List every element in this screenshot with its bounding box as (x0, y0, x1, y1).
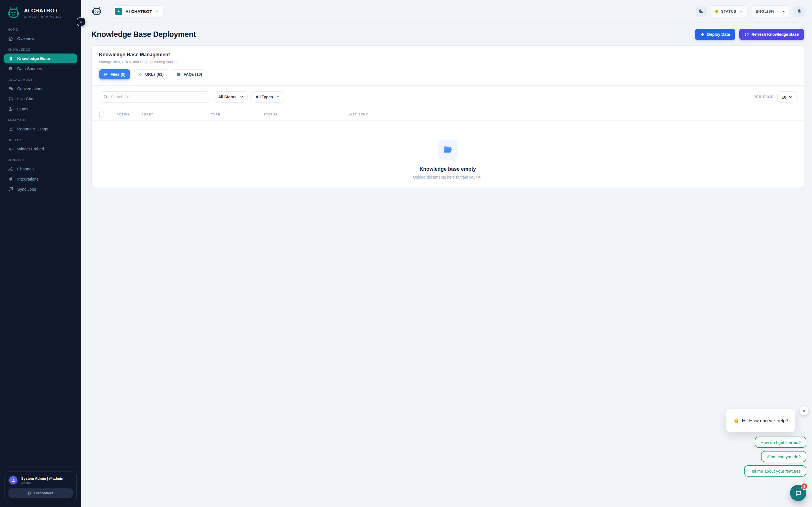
svg-text:?: ? (178, 73, 180, 76)
sidebar: AI CHATBOT AI PLATFORM V2.2.8 « HOME Ove… (0, 0, 81, 507)
card-title: Knowledge Base Management (99, 52, 797, 58)
user-name: System Admin | @admin (21, 476, 63, 481)
column-status: STATUS (264, 113, 348, 116)
chat-close-button[interactable] (800, 406, 808, 415)
wave-icon (733, 418, 739, 424)
quick-reply-features[interactable]: Tell me about your features (744, 465, 806, 476)
folder-open-icon (438, 140, 458, 160)
sidebar-item-integrations[interactable]: Integrations (4, 174, 77, 184)
robot-header-icon (91, 6, 102, 17)
sidebar-item-conversations[interactable]: Conversations (4, 83, 77, 94)
language-value: ENGLISH (756, 9, 774, 13)
bot-selector-dropdown[interactable]: A AI CHATBOT (112, 5, 163, 17)
sidebar-item-knowledge-base[interactable]: Knowledge Base (4, 54, 77, 63)
chat-fab-wrap: 1 (790, 485, 806, 501)
status-label: STATUS (721, 9, 737, 13)
sidebar-item-reports-usage[interactable]: Reports & Usage (4, 124, 77, 134)
chat-bubble-icon (795, 489, 802, 497)
sidebar-item-label: Channels (17, 167, 35, 171)
chevron-down-icon (789, 95, 792, 99)
status-filter-select[interactable]: All Status (214, 91, 248, 103)
chart-line-icon (8, 126, 13, 131)
logo-text: AI CHATBOT AI PLATFORM V2.2.8 (24, 8, 62, 18)
sitemap-icon (8, 166, 13, 172)
chat-greeting-text: Hi! How can we help? (742, 418, 788, 424)
nav-section-analytics: ANALYTICS (0, 114, 81, 124)
kb-tabs: Files (0) URLs (61) ? FAQs (10) (99, 69, 797, 79)
unread-badge: 1 (801, 483, 808, 490)
question-circle-icon: ? (176, 72, 181, 76)
filter-bar: All Status All Types PER PAGE 10 (92, 86, 804, 108)
sidebar-item-data-sources[interactable]: Data Sources (4, 64, 77, 73)
sidebar-item-label: Conversations (17, 87, 43, 91)
chevron-down-icon (782, 10, 785, 13)
sidebar-item-label: Widget Embed (17, 147, 44, 151)
nav-section-engagement: ENGAGEMENT (0, 74, 81, 83)
notifications-button[interactable] (794, 6, 805, 17)
chevron-down-icon (240, 95, 243, 99)
home-icon (8, 36, 13, 41)
page-actions: Deploy Data Refresh Knowledge Base (695, 29, 804, 40)
per-page-select[interactable]: 10 (777, 91, 797, 103)
disconnect-button[interactable]: Disconnect (8, 489, 73, 498)
sidebar-item-live-chat[interactable]: Live Chat (4, 94, 77, 104)
tab-urls[interactable]: URLs (61) (134, 69, 168, 79)
chat-bubbles-icon (8, 86, 13, 91)
tab-faqs[interactable]: ? FAQs (10) (172, 69, 207, 79)
nav-section-home: HOME (0, 24, 81, 33)
nav-section-connect: CONNECT (0, 154, 81, 164)
per-page-value: 10 (781, 95, 786, 100)
deploy-data-label: Deploy Data (707, 32, 730, 37)
status-dropdown[interactable]: STATUS (711, 5, 748, 17)
brain-icon (8, 56, 13, 61)
sidebar-item-channels[interactable]: Channels (4, 164, 77, 174)
quick-reply-get-started[interactable]: How do I get started? (755, 437, 806, 448)
knowledge-base-card: Knowledge Base Management Manage files, … (91, 45, 804, 188)
user-card: System Admin | @admin ADMIN Disconnect (4, 471, 77, 502)
sidebar-logo: AI CHATBOT AI PLATFORM V2.2.8 (0, 0, 81, 22)
search-field (99, 91, 210, 103)
content-left-divider (87, 23, 87, 187)
dark-mode-toggle[interactable] (696, 6, 707, 17)
headset-icon (8, 96, 13, 101)
logout-icon (28, 491, 32, 495)
refresh-knowledge-base-button[interactable]: Refresh Knowledge Base (739, 29, 804, 40)
disconnect-label: Disconnect (34, 491, 53, 495)
sidebar-item-label: Data Sources (17, 66, 42, 71)
language-select[interactable]: ENGLISH (752, 5, 790, 17)
refresh-label: Refresh Knowledge Base (751, 32, 799, 37)
link-icon (139, 72, 143, 76)
select-all-checkbox[interactable] (99, 112, 104, 117)
app-root: AI CHATBOT AI PLATFORM V2.2.8 « HOME Ove… (0, 0, 812, 507)
tab-files[interactable]: Files (0) (99, 69, 130, 79)
bell-icon (797, 9, 802, 14)
card-header: Knowledge Base Management Manage files, … (92, 46, 804, 86)
column-last-sync: LAST SYNC (348, 113, 797, 116)
deploy-data-button[interactable]: Deploy Data (695, 29, 735, 40)
status-filter-value: All Status (218, 95, 237, 99)
card-subtitle: Manage files, URLs, and FAQs powering yo… (99, 60, 797, 64)
column-asset: ASSET (141, 113, 211, 116)
per-page-control: PER PAGE 10 (754, 91, 797, 103)
chevron-down-icon (276, 95, 280, 99)
database-icon (8, 66, 13, 71)
user-tag-icon (8, 106, 13, 112)
sidebar-item-overview[interactable]: Overview (4, 34, 77, 43)
sidebar-item-label: Live Chat (17, 97, 35, 101)
tab-faqs-label: FAQs (10) (184, 72, 202, 76)
search-input[interactable] (111, 95, 206, 99)
sidebar-item-sync-jobs[interactable]: Sync Jobs (4, 184, 77, 194)
empty-state-subtitle: Upload documents here to train your AI. (413, 175, 483, 179)
sidebar-item-widget-embed[interactable]: Widget Embed (4, 144, 77, 154)
sidebar-collapse-button[interactable]: « (77, 17, 86, 26)
user-avatar (8, 475, 18, 485)
close-icon (802, 409, 806, 413)
table-header-row: ACTIVE ASSET TYPE STATUS LAST SYNC (92, 108, 804, 121)
moon-icon (698, 8, 704, 14)
column-type: TYPE (211, 113, 264, 116)
sidebar-item-label: Reports & Usage (17, 127, 48, 131)
sidebar-item-leads[interactable]: Leads (4, 104, 77, 114)
quick-reply-what-can-you-do[interactable]: What can you do? (761, 451, 806, 462)
user-info: System Admin | @admin ADMIN (21, 476, 63, 485)
type-filter-select[interactable]: All Types (252, 91, 284, 103)
